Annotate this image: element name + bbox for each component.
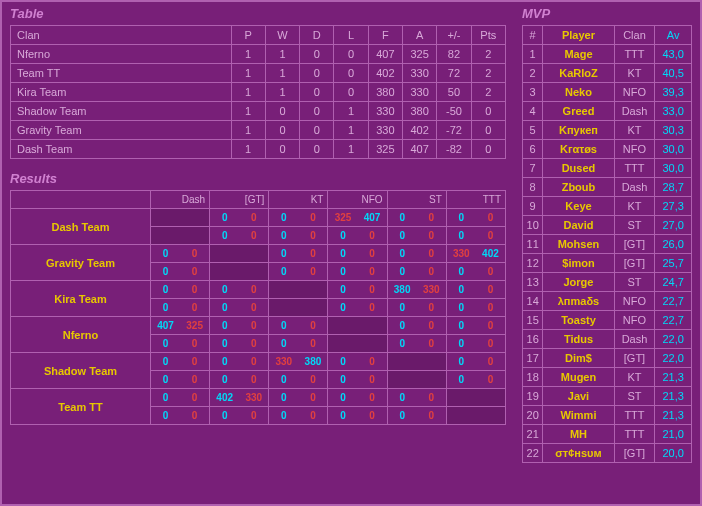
- mvp-cell: 11: [523, 235, 543, 254]
- standings-cell: 1: [334, 140, 368, 159]
- mvp-cell: KT: [614, 64, 655, 83]
- results-cell: 00: [151, 371, 210, 389]
- mvp-cell: Dim$: [543, 349, 614, 368]
- results-cell: [151, 227, 210, 245]
- results-cell: 00: [387, 227, 446, 245]
- results-corner: [11, 191, 151, 209]
- standings-cell: 2: [471, 45, 505, 64]
- mvp-cell: [GT]: [614, 349, 655, 368]
- mvp-row: 9KeyeKT27,3: [523, 197, 692, 216]
- standings-cell: 2: [471, 64, 505, 83]
- mvp-cell: [GT]: [614, 235, 655, 254]
- mvp-cell: λпmaδs: [543, 292, 614, 311]
- mvp-title: MVP: [514, 2, 700, 23]
- mvp-panel: MVP #PlayerClanAv1MageTTT43,02KaRloZKT40…: [514, 2, 700, 471]
- mvp-row: 7DusedTTT30,0: [523, 159, 692, 178]
- results-cell: 00: [328, 299, 387, 317]
- mvp-cell: ST: [614, 273, 655, 292]
- mvp-cell: 39,3: [655, 83, 692, 102]
- standings-header: Pts: [471, 26, 505, 45]
- mvp-row: 13JorgeST24,7: [523, 273, 692, 292]
- results-team-label: Gravity Team: [11, 245, 151, 281]
- standings-row: Kira Team1100380330502: [11, 83, 506, 102]
- mvp-cell: Wimmi: [543, 406, 614, 425]
- results-cell: 00: [151, 335, 210, 353]
- standings-cell: 402: [403, 121, 437, 140]
- standings-cell: Kira Team: [11, 83, 232, 102]
- standings-row: Shadow Team1001330380-500: [11, 102, 506, 121]
- standings-cell: 330: [368, 102, 402, 121]
- mvp-cell: 21: [523, 425, 543, 444]
- results-cell: 00: [269, 371, 328, 389]
- results-cell: 00: [328, 371, 387, 389]
- standings-cell: 0: [265, 140, 299, 159]
- mvp-cell: ST: [614, 216, 655, 235]
- mvp-cell: MH: [543, 425, 614, 444]
- results-cell: 00: [151, 245, 210, 263]
- standings-cell: 82: [437, 45, 471, 64]
- standings-cell: Team TT: [11, 64, 232, 83]
- mvp-cell: 21,3: [655, 387, 692, 406]
- results-cell: 00: [151, 299, 210, 317]
- mvp-cell: Mohsen: [543, 235, 614, 254]
- results-team-label: Dash Team: [11, 209, 151, 245]
- mvp-cell: 40,5: [655, 64, 692, 83]
- results-row: Nferno40732500000000: [11, 317, 506, 335]
- results-cell: 00: [151, 263, 210, 281]
- mvp-cell: TTT: [614, 159, 655, 178]
- mvp-cell: 22,0: [655, 330, 692, 349]
- standings-cell: 1: [334, 102, 368, 121]
- standings-cell: Nferno: [11, 45, 232, 64]
- results-cell: 00: [446, 353, 505, 371]
- mvp-cell: David: [543, 216, 614, 235]
- results-cell: 00: [328, 407, 387, 425]
- mvp-cell: 4: [523, 102, 543, 121]
- results-cell: 00: [210, 317, 269, 335]
- mvp-cell: $imon: [543, 254, 614, 273]
- results-row: Dash Team00003254070000: [11, 209, 506, 227]
- standings-cell: 402: [368, 64, 402, 83]
- mvp-cell: Jorge: [543, 273, 614, 292]
- results-cell: 00: [328, 389, 387, 407]
- results-cell: 402330: [210, 389, 269, 407]
- results-cell: 00: [151, 407, 210, 425]
- standings-header: D: [300, 26, 334, 45]
- standings-cell: 0: [334, 83, 368, 102]
- mvp-row: 1MageTTT43,0: [523, 45, 692, 64]
- mvp-cell: Tidus: [543, 330, 614, 349]
- results-cell: 00: [387, 263, 446, 281]
- standings-header: A: [403, 26, 437, 45]
- mvp-cell: 3: [523, 83, 543, 102]
- standings-header: L: [334, 26, 368, 45]
- results-cell: 00: [446, 299, 505, 317]
- mvp-cell: 20,0: [655, 444, 692, 463]
- mvp-cell: 24,7: [655, 273, 692, 292]
- mvp-cell: Mugen: [543, 368, 614, 387]
- mvp-cell: 27,0: [655, 216, 692, 235]
- mvp-cell: 2: [523, 64, 543, 83]
- mvp-cell: Greed: [543, 102, 614, 121]
- app-root: Table ClanPWDLFA+/-PtsNferno110040732582…: [0, 0, 702, 506]
- standings-cell: 0: [334, 45, 368, 64]
- standings-cell: 1: [334, 121, 368, 140]
- results-cell: 00: [387, 389, 446, 407]
- mvp-cell: 33,0: [655, 102, 692, 121]
- results-cell: 380330: [387, 281, 446, 299]
- results-row: Kira Team00000038033000: [11, 281, 506, 299]
- standings-cell: 330: [403, 83, 437, 102]
- mvp-cell: Keye: [543, 197, 614, 216]
- standings-cell: 0: [300, 64, 334, 83]
- standings-cell: 0: [300, 45, 334, 64]
- mvp-cell: 30,0: [655, 140, 692, 159]
- results-cell: 00: [328, 353, 387, 371]
- mvp-cell: Dash: [614, 102, 655, 121]
- standings-cell: 0: [300, 121, 334, 140]
- mvp-cell: 5: [523, 121, 543, 140]
- results-panel: Results Dash[GT]KTNFOSTTTTDash Team00003…: [2, 167, 514, 433]
- mvp-row: 8ZboubDash28,7: [523, 178, 692, 197]
- results-cell: [387, 371, 446, 389]
- mvp-cell: 9: [523, 197, 543, 216]
- results-cell: 00: [151, 353, 210, 371]
- standings-cell: 1: [265, 83, 299, 102]
- standings-cell: 1: [231, 83, 265, 102]
